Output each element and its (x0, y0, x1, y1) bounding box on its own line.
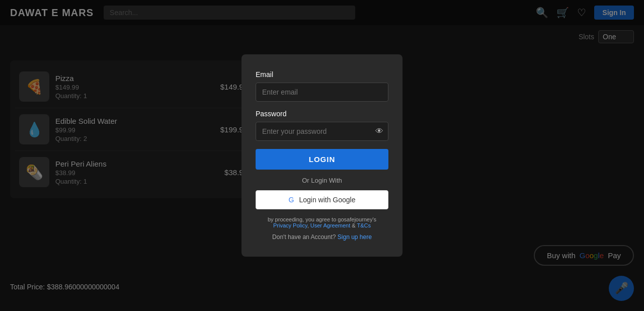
google-login-label: Login with Google (299, 196, 355, 204)
agreement-prefix: by proceeding, you agree to gosafejourne… (268, 216, 376, 222)
password-wrap: 👁 (256, 122, 388, 141)
or-login-text: Or Login With (256, 177, 388, 184)
google-login-button[interactable]: G Login with Google (256, 190, 388, 209)
signup-link[interactable]: Sign up here (338, 234, 372, 241)
signup-text: Don't have an Account? Sign up here (256, 234, 388, 241)
email-label: Email (256, 70, 388, 79)
no-account-text: Don't have an Account? (272, 234, 336, 241)
eye-icon[interactable]: 👁 (375, 127, 383, 136)
modal-overlay: Email Password 👁 LOGIN Or Login With G L… (0, 0, 644, 311)
password-label: Password (256, 110, 388, 118)
login-button[interactable]: LOGIN (256, 149, 388, 170)
and-text: & (352, 222, 355, 228)
g-b: G (289, 196, 294, 204)
user-agreement-link[interactable]: User Agreement (310, 222, 350, 228)
agreement-text: by proceeding, you agree to gosafejourne… (256, 216, 388, 228)
login-modal: Email Password 👁 LOGIN Or Login With G L… (242, 54, 403, 257)
password-input[interactable] (256, 122, 388, 141)
google-g-icon: G (289, 196, 294, 204)
terms-link[interactable]: T&Cs (357, 222, 371, 228)
email-input[interactable] (256, 83, 388, 102)
privacy-policy-link[interactable]: Privacy Policy (273, 222, 307, 228)
